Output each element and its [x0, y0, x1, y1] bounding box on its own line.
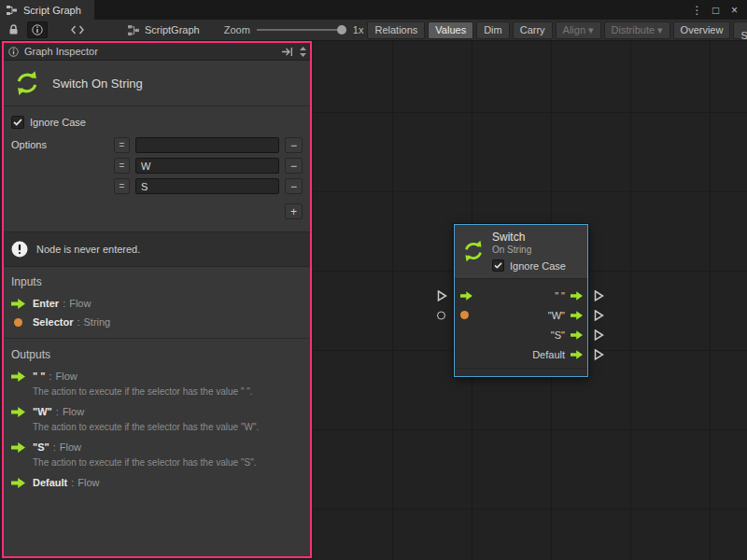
remove-option-button[interactable]: − [285, 137, 303, 153]
inspector-header: Graph Inspector [4, 43, 310, 61]
distribute-button[interactable]: Distribute ▾ [604, 21, 670, 39]
output-port-row: " " : Flow [11, 371, 303, 382]
flow-output-port[interactable] [571, 291, 583, 301]
port-name: Selector [33, 316, 73, 328]
info-icon [32, 24, 43, 35]
node-footer [455, 368, 587, 376]
tab-script-graph[interactable]: Script Graph [0, 0, 94, 20]
option-input-2[interactable] [135, 178, 279, 194]
lock-button[interactable] [3, 21, 23, 38]
close-icon[interactable]: × [728, 4, 740, 17]
divider [4, 338, 310, 339]
dock-panel-icon[interactable] [281, 47, 293, 57]
script-graph-asset-icon [128, 24, 140, 36]
port-name: Enter [33, 298, 59, 309]
zoom-value: 1x [353, 24, 364, 35]
remove-option-button[interactable]: − [285, 178, 303, 194]
node-ignore-case-label: Ignore Case [510, 260, 566, 272]
inspector-toggle-button[interactable] [27, 21, 48, 38]
node-inspector-title: Switch On String [4, 61, 310, 106]
output-connector[interactable] [594, 329, 604, 341]
node-ignore-case-row[interactable]: Ignore Case [492, 259, 566, 272]
selector-input-port[interactable] [460, 311, 469, 319]
drag-handle-icon[interactable]: = [114, 158, 130, 174]
flow-arrow-icon [11, 442, 25, 453]
zoom-slider[interactable] [257, 24, 346, 35]
output-connector[interactable] [594, 309, 604, 321]
scroll-arrows-icon[interactable] [299, 46, 307, 58]
output-connector[interactable] [594, 348, 604, 360]
port-name: "S" [33, 441, 49, 453]
switch-on-string-node[interactable]: Switch On String Ignore Case " " [454, 224, 588, 377]
option-input-1[interactable] [135, 158, 279, 174]
options-add-row: + [114, 203, 303, 219]
output-port-row: Default : Flow [11, 477, 303, 488]
flow-input-connector[interactable] [437, 289, 447, 301]
full-screen-button[interactable]: Full Screen [733, 21, 747, 39]
port-description: The action to execute if the selector ha… [33, 385, 303, 398]
maximize-icon[interactable]: □ [710, 4, 722, 17]
flow-output-port[interactable] [571, 330, 583, 340]
dim-button[interactable]: Dim [476, 21, 510, 39]
option-row: = − [114, 178, 303, 194]
option-input-0[interactable] [135, 137, 279, 153]
value-input-connector[interactable] [437, 311, 445, 319]
script-graph-tab-icon [7, 5, 18, 16]
node-header[interactable]: Switch On String Ignore Case [455, 225, 587, 279]
node-subtitle: On String [492, 245, 566, 255]
separator: : [56, 406, 59, 417]
add-option-button[interactable]: + [285, 203, 303, 219]
checkmark-icon [13, 119, 22, 126]
port-row: "S" [455, 325, 587, 344]
page-title: Switch On String [52, 77, 143, 91]
zoom-control: Zoom 1x [224, 24, 364, 35]
graph-canvas[interactable]: Switch On String Ignore Case " " [314, 41, 747, 560]
graph-breadcrumb[interactable]: ScriptGraph [128, 24, 200, 36]
lock-icon [8, 24, 19, 35]
options-block: Options = − = − = − + [11, 137, 303, 219]
inspector-fields: Ignore Case Options = − = − = − [4, 106, 310, 231]
flow-arrow-icon [11, 371, 25, 382]
flow-input-port[interactable] [460, 291, 472, 301]
inputs-section: Inputs Enter : Flow Selector : String [4, 267, 310, 337]
separator: : [49, 371, 52, 382]
port-row: " " [455, 286, 587, 305]
port-description: The action to execute if the selector ha… [33, 456, 303, 469]
output-connector[interactable] [594, 289, 604, 301]
flow-output-port[interactable] [571, 350, 583, 359]
remove-option-button[interactable]: − [285, 158, 303, 174]
input-port-row: Enter : Flow [11, 298, 303, 309]
overview-button[interactable]: Overview [673, 21, 731, 39]
flow-output-port[interactable] [571, 311, 583, 320]
carry-button[interactable]: Carry [513, 21, 553, 39]
input-port-row: Selector : String [11, 316, 303, 328]
code-view-button[interactable] [64, 21, 91, 38]
output-port-row: "S" : Flow [11, 441, 303, 453]
ignore-case-checkbox[interactable] [11, 116, 24, 129]
port-type: Flow [60, 441, 81, 453]
flow-arrow-icon [11, 299, 25, 309]
options-list: = − = − = − + [114, 137, 303, 219]
node-title: Switch [492, 231, 566, 244]
align-button[interactable]: Align ▾ [556, 21, 601, 39]
output-port-label: Default [532, 349, 565, 360]
dropdown-arrow-icon: ▾ [588, 24, 594, 36]
ignore-case-row[interactable]: Ignore Case [11, 116, 303, 129]
port-name: " " [33, 371, 46, 382]
relations-button[interactable]: Relations [367, 21, 425, 39]
node-ignore-case-checkbox[interactable] [492, 259, 504, 272]
warning-text: Node is never entered. [36, 244, 140, 255]
values-button[interactable]: Values [428, 21, 473, 39]
port-type: Flow [78, 477, 99, 488]
drag-handle-icon[interactable]: = [114, 178, 130, 194]
window-menu-icon[interactable]: ⋮ [691, 4, 703, 17]
separator: : [53, 441, 56, 453]
zoom-knob[interactable] [337, 25, 346, 35]
port-name: "W" [33, 406, 52, 417]
node-ports: " " "W" "S" [455, 279, 587, 368]
switch-node-icon [461, 231, 486, 272]
window-titlebar: Script Graph ⋮ □ × [0, 0, 747, 20]
option-row: = − [114, 137, 303, 153]
drag-handle-icon[interactable]: = [114, 137, 130, 153]
code-icon [71, 25, 84, 35]
